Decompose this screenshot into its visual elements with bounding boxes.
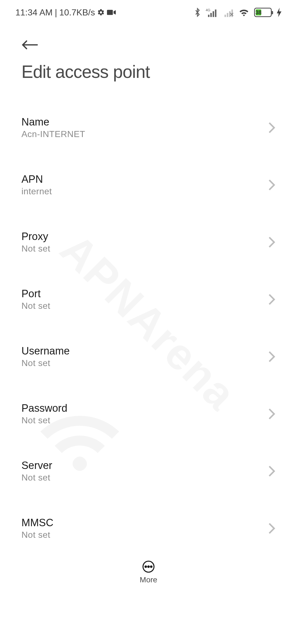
svg-rect-2 bbox=[208, 15, 209, 17]
more-button[interactable]: More bbox=[0, 552, 297, 593]
setting-label: Proxy bbox=[21, 231, 268, 242]
setting-value: Acn-INTERNET bbox=[21, 129, 268, 139]
setting-label: APN bbox=[21, 173, 268, 185]
setting-value: Not set bbox=[21, 358, 268, 368]
svg-rect-4 bbox=[213, 11, 214, 17]
svg-point-11 bbox=[145, 566, 147, 567]
status-bar: 11:34 AM | 10.7KB/s 4G 38 bbox=[0, 0, 297, 25]
setting-label: MMSC bbox=[21, 517, 268, 529]
lightning-icon bbox=[277, 8, 282, 17]
svg-rect-7 bbox=[227, 13, 228, 17]
setting-label: Port bbox=[21, 288, 268, 300]
setting-label: Password bbox=[21, 402, 268, 414]
setting-label: Name bbox=[21, 116, 268, 128]
header: Edit access point bbox=[0, 25, 297, 82]
status-left: 11:34 AM | 10.7KB/s bbox=[15, 7, 116, 18]
svg-rect-0 bbox=[107, 10, 113, 15]
page-title: Edit access point bbox=[21, 62, 276, 82]
status-time: 11:34 AM bbox=[15, 7, 53, 18]
status-right: 4G 38 bbox=[194, 8, 282, 17]
signal-sim2-icon bbox=[222, 8, 234, 17]
setting-label: Server bbox=[21, 460, 268, 471]
chevron-right-icon bbox=[268, 122, 276, 134]
chevron-right-icon bbox=[268, 236, 276, 248]
svg-point-13 bbox=[150, 566, 152, 567]
chevron-right-icon bbox=[268, 522, 276, 534]
arrow-left-icon bbox=[21, 39, 38, 51]
wifi-icon bbox=[239, 8, 249, 17]
status-speed: 10.7KB/s bbox=[59, 7, 95, 18]
status-separator: | bbox=[55, 7, 57, 18]
setting-password[interactable]: Password Not set bbox=[21, 393, 276, 438]
svg-rect-6 bbox=[224, 15, 226, 17]
setting-value: Not set bbox=[21, 473, 268, 483]
svg-rect-3 bbox=[210, 13, 212, 17]
bluetooth-icon bbox=[194, 8, 201, 17]
more-label: More bbox=[140, 575, 157, 584]
battery-icon: 38 bbox=[254, 8, 272, 17]
chevron-right-icon bbox=[268, 179, 276, 191]
setting-value: internet bbox=[21, 186, 268, 197]
setting-value: Not set bbox=[21, 415, 268, 425]
svg-rect-5 bbox=[215, 10, 216, 17]
gear-icon bbox=[97, 9, 105, 16]
setting-value: Not set bbox=[21, 301, 268, 311]
setting-proxy[interactable]: Proxy Not set bbox=[21, 221, 276, 266]
setting-value: Not set bbox=[21, 244, 268, 254]
setting-apn[interactable]: APN internet bbox=[21, 164, 276, 209]
setting-server[interactable]: Server Not set bbox=[21, 450, 276, 495]
chevron-right-icon bbox=[268, 293, 276, 305]
more-icon bbox=[142, 560, 155, 573]
video-icon bbox=[107, 9, 116, 16]
setting-value: Not set bbox=[21, 530, 268, 540]
setting-username[interactable]: Username Not set bbox=[21, 336, 276, 380]
setting-port[interactable]: Port Not set bbox=[21, 279, 276, 323]
svg-rect-8 bbox=[229, 11, 230, 17]
signal-sim1-icon: 4G bbox=[206, 8, 217, 17]
chevron-right-icon bbox=[268, 465, 276, 477]
settings-list: Name Acn-INTERNET APN internet Proxy Not… bbox=[0, 82, 297, 609]
svg-point-12 bbox=[148, 566, 149, 567]
setting-label: Username bbox=[21, 345, 268, 357]
setting-name[interactable]: Name Acn-INTERNET bbox=[21, 107, 276, 151]
chevron-right-icon bbox=[268, 408, 276, 420]
back-button[interactable] bbox=[21, 36, 38, 62]
chevron-right-icon bbox=[268, 351, 276, 363]
svg-text:4G: 4G bbox=[206, 8, 210, 12]
